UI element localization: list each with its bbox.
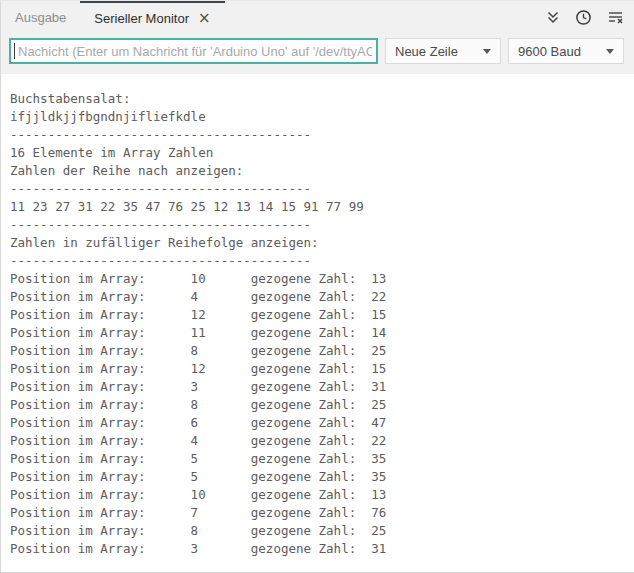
clear-output-icon[interactable] (607, 9, 624, 25)
tab-bar: Ausgabe Serieller Monitor × (1, 1, 634, 33)
tab-ausgabe[interactable]: Ausgabe (1, 1, 80, 33)
line-ending-value: Neue Zeile (395, 44, 458, 59)
baud-rate-value: 9600 Baud (518, 44, 581, 59)
chevron-down-icon (483, 49, 491, 54)
serial-output-area[interactable]: Buchstabensalat: ifjjldkjjfbgndnjifliefk… (1, 74, 634, 558)
message-input[interactable] (9, 38, 378, 64)
collapse-panel-icon[interactable] (546, 10, 560, 25)
timestamp-toggle-icon[interactable] (575, 9, 592, 26)
text-caret (14, 43, 15, 59)
serial-monitor-panel: Ausgabe Serieller Monitor × (0, 0, 634, 573)
header-icon-group (546, 1, 634, 33)
panel-header: Ausgabe Serieller Monitor × (1, 1, 634, 74)
chevron-down-icon (606, 49, 614, 54)
line-ending-select[interactable]: Neue Zeile (385, 38, 501, 64)
serial-toolbar: Neue Zeile 9600 Baud (1, 33, 634, 74)
tab-serieller-monitor-label: Serieller Monitor (94, 11, 189, 26)
tab-ausgabe-label: Ausgabe (15, 10, 66, 25)
baud-rate-select[interactable]: 9600 Baud (508, 38, 624, 64)
tab-serieller-monitor[interactable]: Serieller Monitor × (80, 1, 224, 33)
tab-close-icon[interactable]: × (198, 11, 211, 26)
message-input-wrap (9, 38, 378, 64)
serial-output: Buchstabensalat: ifjjldkjjfbgndnjifliefk… (10, 90, 626, 558)
